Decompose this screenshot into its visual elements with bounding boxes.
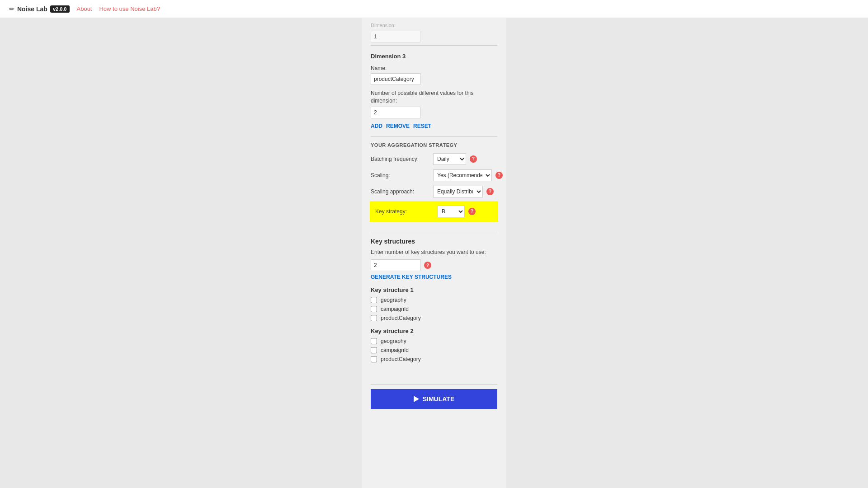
ks1-productcategory-label: productCategory [381, 315, 421, 321]
name-field-row: Name: [371, 65, 497, 85]
batching-label: Batching frequency: [371, 156, 429, 162]
scaling-approach-label: Scaling approach: [371, 188, 429, 195]
ks1-productcategory-row: productCategory [371, 315, 497, 321]
about-link[interactable]: About [77, 5, 92, 12]
key-structures-title: Key structures [371, 238, 497, 245]
key-structures-section: Key structures Enter number of key struc… [362, 232, 506, 371]
ks2-campaignid-label: campaignId [381, 347, 409, 353]
name-label: Name: [371, 65, 497, 71]
scaling-row: Scaling: Yes (Recommended) No ? [371, 169, 497, 181]
key-structures-desc: Enter number of key structures you want … [371, 249, 497, 256]
key-strategy-select[interactable]: A B C [438, 206, 465, 217]
num-values-field-row: Number of possible different values for … [371, 89, 497, 118]
num-structures-input[interactable] [371, 259, 420, 271]
top-faded-input[interactable] [371, 31, 420, 42]
ks2-campaignid-checkbox[interactable] [371, 347, 377, 353]
ks2-geography-row: geography [371, 338, 497, 344]
ks1-geography-checkbox[interactable] [371, 297, 377, 303]
top-faded-section: Dimension: [362, 18, 506, 45]
app-logo: ✏ Noise Lab v2.0.0 [9, 5, 70, 13]
aggregation-section: YOUR AGGREGATION STRATEGY Batching frequ… [362, 137, 506, 232]
ks2-productcategory-label: productCategory [381, 356, 421, 362]
scaling-select[interactable]: Yes (Recommended) No [433, 169, 492, 181]
ks1-campaignid-label: campaignId [381, 306, 409, 312]
scaling-approach-row: Scaling approach: Equally Distributed ? [371, 186, 497, 197]
panel-scroll[interactable]: Dimension: Dimension 3 Name: Number of p… [362, 18, 506, 488]
top-navigation: ✏ Noise Lab v2.0.0 About How to use Nois… [0, 0, 868, 18]
ks2-productcategory-checkbox[interactable] [371, 356, 377, 362]
batching-row: Batching frequency: Daily Weekly Monthly… [371, 153, 497, 165]
ks2-geography-label: geography [381, 338, 406, 344]
ks1-campaignid-row: campaignId [371, 306, 497, 312]
dimension3-title: Dimension 3 [371, 53, 497, 60]
top-faded-label: Dimension: [371, 23, 497, 28]
ks1-campaignid-checkbox[interactable] [371, 306, 377, 312]
simulate-label: SIMULATE [423, 395, 455, 403]
reset-link[interactable]: RESET [413, 123, 431, 129]
num-structures-help-icon[interactable]: ? [424, 262, 431, 269]
scaling-approach-select[interactable]: Equally Distributed [433, 186, 483, 197]
name-input[interactable] [371, 73, 420, 85]
app-name: Noise Lab [17, 5, 47, 13]
main-content: 3. Dimension: Dimension 3 Name: Number o… [0, 18, 868, 488]
version-badge: v2.0.0 [50, 5, 70, 13]
ks2-campaignid-row: campaignId [371, 347, 497, 353]
ks1-productcategory-checkbox[interactable] [371, 315, 377, 321]
scaling-approach-help-icon[interactable]: ? [486, 188, 494, 195]
key-strategy-highlighted-row: Key strategy: A B C ? [370, 201, 498, 222]
generate-structures-link[interactable]: GENERATE KEY STRUCTURES [371, 274, 497, 280]
scaling-label: Scaling: [371, 172, 429, 178]
aggregation-title: YOUR AGGREGATION STRATEGY [371, 142, 497, 148]
batching-help-icon[interactable]: ? [470, 155, 477, 163]
ks2-productcategory-row: productCategory [371, 356, 497, 362]
pencil-icon: ✏ [9, 5, 14, 13]
ks1-geography-label: geography [381, 297, 406, 303]
key-structure-1-block: Key structure 1 geography campaignId pro… [371, 286, 497, 321]
num-structures-field: Enter number of key structures you want … [371, 249, 497, 281]
howto-link[interactable]: How to use Noise Lab? [99, 5, 160, 12]
ks1-geography-row: geography [371, 297, 497, 303]
key-strategy-help-icon[interactable]: ? [468, 208, 476, 215]
dimension3-section: Dimension 3 Name: Number of possible dif… [362, 46, 506, 136]
ks2-geography-checkbox[interactable] [371, 338, 377, 344]
remove-link[interactable]: REMOVE [386, 123, 410, 129]
add-link[interactable]: ADD [371, 123, 382, 129]
num-values-label: Number of possible different values for … [371, 89, 497, 105]
scaling-help-icon[interactable]: ? [495, 172, 503, 179]
key-structure-2-block: Key structure 2 geography campaignId pro… [371, 328, 497, 362]
num-structures-row: ? [371, 259, 497, 271]
key-strategy-label: Key strategy: [375, 208, 434, 215]
num-values-input[interactable] [371, 107, 420, 118]
simulate-button[interactable]: SIMULATE [371, 389, 497, 409]
key-structure-1-title: Key structure 1 [371, 286, 497, 293]
dimension-action-links: ADD REMOVE RESET [371, 123, 497, 129]
key-structure-2-title: Key structure 2 [371, 328, 497, 334]
main-panel: 3. Dimension: Dimension 3 Name: Number o… [362, 18, 506, 488]
play-icon [414, 396, 419, 402]
simulate-section: SIMULATE [362, 385, 506, 418]
batching-select[interactable]: Daily Weekly Monthly [433, 153, 466, 165]
